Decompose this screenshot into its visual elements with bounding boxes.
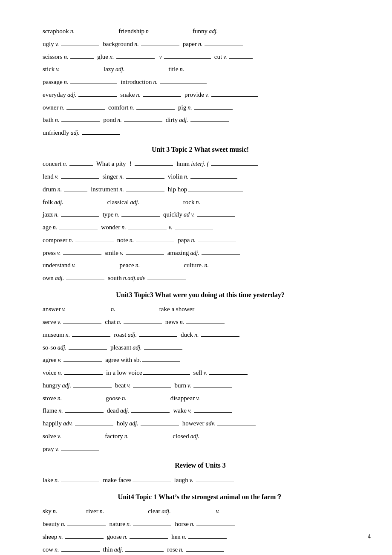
t2-line-9: understandv. peacen. culture.n. [43,260,358,272]
u4-line-4: cown. thinadj. rosen. [43,544,358,555]
review-title: Review of Units 3 [43,459,358,472]
t3-line-5: agreev. agree with sb. [43,354,358,366]
page-number: 4 [368,531,371,542]
t3-line-1: answerv. n. take a shower [43,304,358,315]
line-7: ownern. comfortn. pign. [43,102,358,114]
t3-line-12: prayv. [43,443,358,455]
t3-line-4: so-soadj. pleasantadj. [43,342,358,354]
vocab-content: scrapbookn. friendshipn funnyadj. uglyv.… [43,26,358,555]
u4-line-3: sheepn. goosen. henn. [43,531,358,543]
unit3-topic2-title: Unit 3 Topic 2 What sweet music! [43,143,358,156]
line-1: scrapbookn. friendshipn funnyadj. [43,26,358,38]
t2-line-3: drumn. instrumentn. hip hop_ [43,184,358,196]
line-4: stickv. lazyadj. titlen. [43,64,358,75]
t3-line-3: museumn. roastadj. duckn. [43,329,358,341]
line-6: everydayadj. snaken. providev. [43,89,358,101]
line-5: passagen. introductionn. [43,76,358,88]
t2-line-6: agen. wondern.v. [43,222,358,234]
unit4-topic1-title: Unit4 Topic 1 What’s the strongest anima… [43,491,358,503]
t2-line-1: concertn. What a pity ！ hmminterj. ( [43,158,358,170]
t3-line-8: stoven. goosen. disappearv. [43,393,358,405]
u4-line-1: skyn. rivern. clearadj. v. [43,506,358,517]
u4-line-2: beautyn. naturen. horsen. [43,518,358,530]
unit3-topic3-title: Unit3 Topic3 What were you doing at this… [43,289,358,301]
t2-line-10: ownadj. southn.adj.adv [43,272,358,284]
t2-line-5: jazzn. typen. quicklyad v. [43,209,358,221]
t2-line-2: lendv. singern. violinn. [43,171,358,183]
t3-line-6: voicen. in a low voice sellv. [43,367,358,379]
t3-line-10: happilyadv. holyadj. howeveradv. [43,418,358,430]
line-3: scissorsn. gluen. v cutv. [43,51,358,63]
line-9: unfriendlyadj. [43,127,358,139]
t3-line-2: servev. chatn. newsn. [43,316,358,328]
line-8: bathn. pondn. dirtyadj. [43,114,358,126]
line-2: uglyv. backgroundn. papern. [43,38,358,50]
review-line-1: laken. make faces laughv. [43,474,358,486]
t3-line-7: hungryadj. beatv. burnv. [43,380,358,392]
t2-line-7: composern. noten. papan. [43,234,358,246]
t2-line-4: folkadj. classicaladj. rockn. [43,197,358,208]
t2-line-8: pressv. smilev. amazingadj. [43,247,358,259]
t3-line-11: solvev. factoryn. closedadj. [43,431,358,442]
t3-line-9: flamen. deadadj. wakev. [43,405,358,417]
